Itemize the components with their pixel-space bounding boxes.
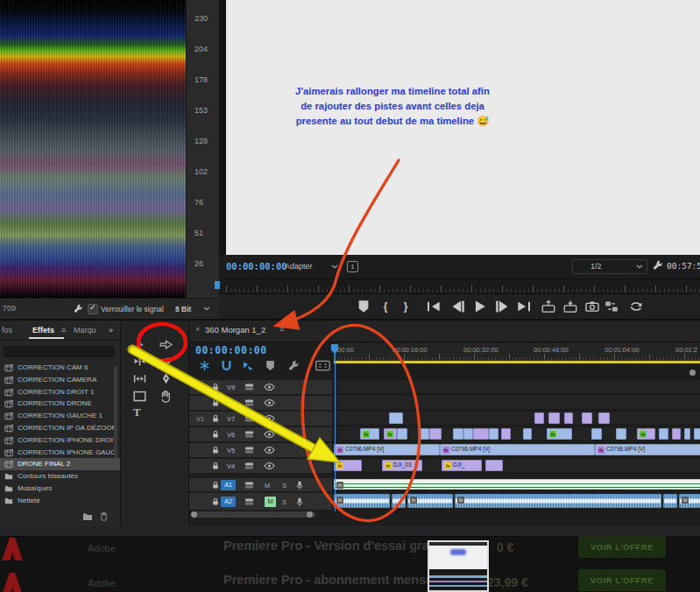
timeline-clip[interactable]: fx [360, 428, 379, 440]
delete-custom-item-icon[interactable] [100, 511, 108, 521]
effects-list-item[interactable]: CORRECTION IPHONE GAUCH [0, 447, 114, 459]
timeline-clip[interactable]: fx [547, 428, 572, 440]
track-name[interactable]: V6 [227, 431, 235, 439]
timeline-clip[interactable]: fxDJI_03 [382, 460, 422, 471]
panel-menu-icon[interactable]: ≡ [61, 326, 66, 335]
effects-list-item[interactable]: Netteté [0, 495, 114, 507]
effects-list-item[interactable]: CORRECTION DRONE [0, 398, 114, 410]
track-lane[interactable]: fxfxDJI_03fxDJI_ [334, 459, 700, 473]
timeline-clip[interactable]: fxC0796.MP4 [V] [334, 444, 440, 455]
sync-lock-icon[interactable] [244, 462, 254, 470]
track-name[interactable]: V9 [227, 384, 235, 391]
audio-clip[interactable]: fx [334, 494, 390, 508]
solo-button[interactable]: S [282, 497, 286, 505]
bit-depth-select[interactable]: 8 Bit [175, 305, 191, 314]
timeline-clip[interactable] [591, 428, 602, 440]
timeline-clip[interactable] [501, 428, 511, 440]
track-output-icon[interactable] [264, 399, 275, 407]
source-patch-indicator[interactable]: V1 [196, 415, 204, 423]
effects-list-item[interactable]: DRONE FINAL 2 [0, 458, 120, 470]
wrench-toggle-icon[interactable] [288, 360, 300, 371]
timeline-clip[interactable] [473, 428, 489, 440]
track-output-icon[interactable] [264, 447, 275, 455]
playhead-line[interactable] [335, 345, 336, 511]
track-name[interactable]: V4 [227, 462, 235, 470]
sync-lock-icon[interactable] [244, 447, 254, 455]
cc-toggle-icon[interactable] [315, 360, 330, 371]
timeline-clip[interactable]: fxC0796.MP4 [V] [440, 444, 595, 455]
timeline-clip[interactable] [453, 428, 463, 440]
audio-clip[interactable]: fx [455, 494, 661, 508]
mark-in-button[interactable]: { [378, 300, 392, 314]
timeline-clip[interactable] [397, 428, 407, 440]
timeline-clip[interactable] [489, 428, 498, 440]
sync-lock-icon[interactable] [244, 481, 254, 489]
pen-tool[interactable] [159, 372, 173, 385]
timeline-clip[interactable] [694, 428, 700, 440]
track-lock-icon[interactable] [212, 430, 219, 439]
track-lock-icon[interactable] [212, 462, 219, 470]
resolution-chevron-icon[interactable] [636, 264, 643, 269]
mute-button[interactable]: M [265, 497, 276, 507]
timeline-clip[interactable] [659, 428, 668, 440]
insert-button[interactable] [605, 300, 619, 314]
effects-list-item[interactable]: CORRECTION IP GA DÉZOOM [0, 422, 114, 434]
timeline-clip[interactable] [684, 428, 690, 440]
playback-resolution-dropdown[interactable]: 1/2 [572, 259, 647, 274]
timeline-tab-label[interactable]: 360 Morgan 1_2 [205, 325, 265, 335]
track-lock-icon[interactable] [212, 497, 219, 506]
timeline-horizontal-scrollbar[interactable] [193, 511, 315, 518]
track-output-icon[interactable] [264, 431, 275, 439]
voir-offre-button[interactable]: VOIR L'OFFRE [578, 569, 666, 591]
track-name[interactable]: V8 [227, 399, 235, 407]
monitor-settings-icon[interactable] [653, 260, 663, 271]
extract-button[interactable] [563, 300, 577, 314]
effects-search-input[interactable] [4, 346, 114, 357]
razor-tool[interactable] [159, 355, 173, 368]
go-to-out-button[interactable] [517, 300, 531, 314]
voiceover-record-icon[interactable] [296, 480, 303, 490]
track-lock-icon[interactable] [212, 383, 219, 391]
effects-list-item[interactable]: Contours biseautés [0, 470, 114, 483]
timeline-clip[interactable] [672, 428, 681, 440]
program-mini-timeline[interactable] [219, 278, 700, 294]
timeline-clip[interactable] [419, 428, 429, 440]
full-screen-badge[interactable]: 1 [347, 261, 358, 272]
audio-clip[interactable]: fx [679, 494, 700, 508]
mini-playhead[interactable] [215, 281, 220, 289]
track-lock-icon[interactable] [212, 481, 219, 490]
timeline-clip[interactable] [523, 428, 532, 440]
track-output-icon[interactable] [264, 415, 275, 423]
timeline-clip[interactable] [564, 412, 573, 424]
timeline-clip[interactable] [429, 428, 442, 440]
step-back-button[interactable] [451, 300, 465, 314]
magnet-toggle-icon[interactable] [221, 360, 232, 371]
track-name[interactable]: V7 [227, 415, 235, 423]
timeline-ruler[interactable]: :00:0000:00:16:0000:00:32:0000:00:48:000… [334, 343, 700, 361]
timeline-clip[interactable]: fxC0796.MP4 [V] [595, 444, 700, 455]
track-lock-icon[interactable] [212, 398, 219, 407]
tab-effets[interactable]: Effets [32, 326, 54, 335]
timeline-clip[interactable] [389, 412, 403, 424]
lift-button[interactable] [541, 300, 555, 314]
slip-tool[interactable] [133, 372, 146, 385]
ripple-edit-tool[interactable] [133, 355, 146, 368]
timeline-clip[interactable]: fx [384, 428, 397, 440]
track-name[interactable]: V5 [227, 447, 235, 455]
track-output-icon[interactable] [264, 384, 275, 391]
step-forward-button[interactable] [495, 300, 509, 314]
track-lane[interactable]: fxC0796.MP4 [V]fxC0796.MP4 [V]fxC0796.MP… [334, 443, 700, 457]
hand-tool[interactable] [159, 390, 173, 403]
tab-infos-partial[interactable]: fos [2, 326, 12, 335]
audio-clip[interactable] [663, 494, 677, 508]
track-output-icon[interactable] [264, 462, 275, 470]
timeline-clip[interactable]: fxDJI_ [442, 460, 482, 471]
effects-list-item[interactable]: CORRECTION CAM 6 [0, 362, 114, 374]
timeline-clip[interactable]: fx [637, 428, 655, 440]
rectangle-tool[interactable] [133, 390, 146, 403]
tab-overflow-icon[interactable]: » [109, 326, 113, 335]
timeline-timecode[interactable]: 00:00:00:00 [195, 344, 267, 356]
timeline-clip[interactable] [582, 412, 592, 424]
sync-lock-icon[interactable] [244, 497, 254, 505]
play-button[interactable] [473, 300, 487, 314]
